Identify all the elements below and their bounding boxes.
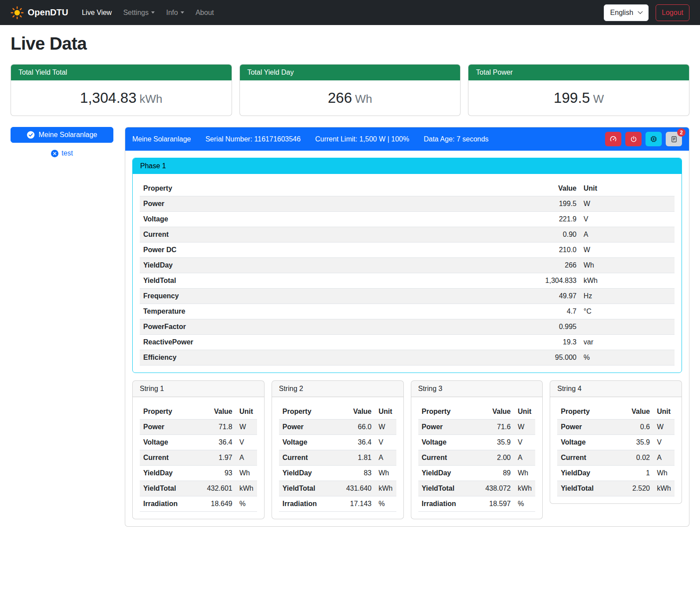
property-cell: Irradiation — [140, 496, 202, 512]
navbar-right: English Logout — [604, 4, 689, 21]
table-row: Irradiation 18.649 % — [140, 496, 257, 512]
property-cell: Current — [418, 450, 480, 466]
col-header-value: Value — [480, 404, 514, 420]
unit-cell: W — [580, 242, 675, 258]
string-1-body: Property Value Unit Power — [133, 397, 264, 519]
value-cell: 438.072 — [480, 481, 514, 496]
unit-cell: A — [653, 450, 675, 466]
table-row: Voltage 35.9 V — [418, 435, 536, 450]
table-row: Frequency 49.97 Hz — [140, 289, 675, 304]
table-header-row: Property Value Unit — [279, 404, 396, 420]
table-row: PowerFactor 0.995 — [140, 319, 675, 335]
value-cell: 1.97 — [202, 450, 236, 466]
col-header-value: Value — [202, 404, 236, 420]
string-4-table: Property Value Unit Power — [557, 404, 675, 496]
table-header-row: Property Value Unit — [140, 404, 257, 420]
table-row: YieldDay 266 Wh — [140, 258, 675, 273]
unit-cell — [580, 319, 675, 335]
property-cell: ReactivePower — [140, 335, 532, 350]
property-cell: Temperature — [140, 304, 532, 319]
page-title: Live Data — [11, 34, 689, 54]
unit-cell: A — [514, 450, 535, 466]
table-row: Power DC 210.0 W — [140, 242, 675, 258]
phase-1-body: Property Value Unit Power — [133, 174, 682, 373]
property-cell: Irradiation — [418, 496, 480, 512]
col-header-property: Property — [418, 404, 480, 420]
table-row: Current 2.00 A — [418, 450, 536, 466]
value-cell: 95.000 — [532, 350, 580, 365]
total-yield-total-unit: kWh — [140, 92, 163, 105]
total-power-value: 199.5 — [554, 90, 590, 106]
phase-1-card: Phase 1 Property Value Unit — [132, 158, 682, 373]
brand-link[interactable]: OpenDTU — [11, 6, 68, 19]
value-cell: 83 — [341, 466, 375, 481]
language-select[interactable]: English — [604, 4, 649, 21]
table-row: Voltage 221.9 V — [140, 212, 675, 227]
unit-cell: var — [580, 335, 675, 350]
unit-cell: kWh — [580, 273, 675, 289]
table-row: ReactivePower 19.3 var — [140, 335, 675, 350]
inverter-name: Meine Solaranlage — [132, 135, 191, 143]
table-row: YieldDay 83 Wh — [279, 466, 396, 481]
page-container: Live Data Total Yield Total 1,304.83kWh … — [0, 34, 700, 537]
device-info-button[interactable] — [646, 132, 662, 146]
card-header: Total Power — [468, 65, 689, 80]
unit-cell: Wh — [580, 258, 675, 273]
value-cell: 36.4 — [202, 435, 236, 450]
unit-cell: A — [236, 450, 257, 466]
value-cell: 1.81 — [341, 450, 375, 466]
value-cell: 0.02 — [619, 450, 653, 466]
value-cell: 2.520 — [619, 481, 653, 496]
value-cell: 1 — [619, 466, 653, 481]
x-circle-icon — [51, 150, 58, 157]
table-row: Current 0.02 A — [557, 450, 675, 466]
property-cell: Current — [140, 227, 532, 242]
nav-about[interactable]: About — [190, 5, 220, 20]
nav-live-view[interactable]: Live View — [76, 5, 117, 20]
power-button[interactable] — [625, 132, 642, 146]
limit-settings-button[interactable] — [605, 132, 621, 146]
sidebar-item-test[interactable]: test — [11, 149, 113, 157]
logout-button[interactable]: Logout — [656, 4, 689, 21]
value-cell: 0.995 — [532, 319, 580, 335]
property-cell: YieldDay — [557, 466, 619, 481]
table-row: Power 199.5 W — [140, 196, 675, 212]
table-row: Irradiation 18.597 % — [418, 496, 536, 512]
string-2-header: String 2 — [272, 381, 403, 397]
total-yield-day-unit: Wh — [355, 92, 372, 105]
table-row: Power 71.8 W — [140, 420, 257, 435]
property-cell: YieldDay — [418, 466, 480, 481]
event-log-button[interactable]: 2 — [666, 132, 682, 146]
card-header: Total Yield Day — [240, 65, 461, 80]
table-row: Voltage 35.9 V — [557, 435, 675, 450]
cpu-icon — [650, 135, 657, 143]
nav-settings[interactable]: Settings — [117, 5, 160, 20]
total-yield-day-value: 266 — [328, 90, 352, 106]
table-row: Current 0.90 A — [140, 227, 675, 242]
unit-cell: % — [236, 496, 257, 512]
string-1-card: String 1 Property Value Unit — [132, 380, 265, 519]
inverter-select-button[interactable]: Meine Solaranlage — [11, 127, 113, 143]
event-count-badge: 2 — [677, 128, 685, 137]
check-circle-icon — [27, 131, 35, 139]
value-cell: 66.0 — [341, 420, 375, 435]
string-2-table: Property Value Unit Power — [279, 404, 396, 512]
property-cell: Power — [140, 420, 202, 435]
strings-row: String 1 Property Value Unit — [132, 380, 682, 519]
table-row: YieldTotal 438.072 kWh — [418, 481, 536, 496]
property-cell: Current — [557, 450, 619, 466]
inverter-actions: 2 — [605, 132, 682, 146]
nav-info[interactable]: Info — [160, 5, 190, 20]
unit-cell: Wh — [514, 466, 535, 481]
sun-icon — [11, 6, 24, 19]
chevron-down-icon — [151, 11, 155, 14]
property-cell: Voltage — [140, 435, 202, 450]
chevron-down-icon — [181, 11, 184, 14]
property-cell: Frequency — [140, 289, 532, 304]
property-cell: YieldTotal — [140, 273, 532, 289]
property-cell: Efficiency — [140, 350, 532, 365]
property-cell: Current — [279, 450, 341, 466]
col-header-unit: Unit — [236, 404, 257, 420]
col-header-value: Value — [619, 404, 653, 420]
unit-cell: W — [375, 420, 396, 435]
